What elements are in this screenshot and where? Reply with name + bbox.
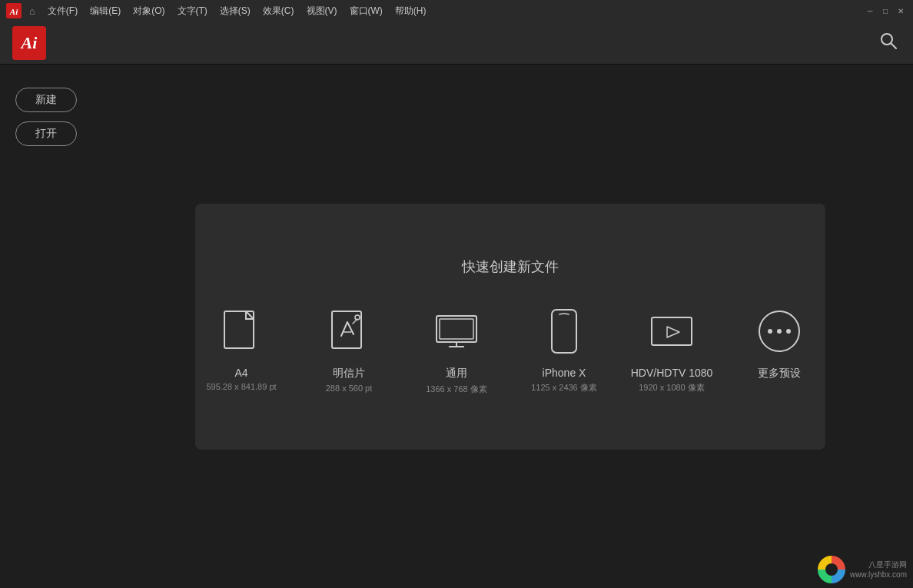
maximize-button[interactable]: □ [879, 5, 891, 17]
svg-text:Ai: Ai [9, 7, 18, 16]
watermark: 八星手游网 www.lyshbx.com [790, 551, 913, 588]
preset-a4-icon [214, 304, 269, 359]
preset-general[interactable]: 通用 1366 x 768 像素 [414, 304, 499, 395]
quick-create-title: 快速创建新文件 [462, 257, 559, 276]
svg-rect-5 [332, 311, 361, 348]
preset-general-name: 通用 [446, 367, 467, 380]
preset-a4-name: A4 [234, 367, 247, 379]
watermark-logo [818, 556, 845, 583]
watermark-text: 八星手游网 www.lyshbx.com [850, 560, 907, 580]
menu-item-e[interactable]: 编辑(E) [85, 3, 125, 19]
content-area: 快速创建新文件 A4 595.28 x 841.89 pt [108, 65, 913, 588]
svg-rect-10 [440, 319, 473, 339]
quick-create-panel: 快速创建新文件 A4 595.28 x 841.89 pt [195, 204, 825, 450]
watermark-site: 八星手游网 [850, 560, 907, 570]
svg-marker-15 [667, 327, 679, 337]
titlebar-left: Ai ⌂ 文件(F)编辑(E)对象(O)文字(T)选择(S)效果(C)视图(V)… [6, 3, 431, 19]
preset-postcard-size: 288 x 560 pt [326, 384, 373, 393]
preset-iphone[interactable]: iPhone X 1125 x 2436 像素 [522, 304, 606, 394]
preset-general-size: 1366 x 768 像素 [426, 384, 487, 395]
menu-item-s[interactable]: 选择(S) [215, 3, 255, 19]
menu-item-o[interactable]: 对象(O) [128, 3, 169, 19]
preset-iphone-name: iPhone X [543, 367, 586, 379]
preset-more-icon [752, 304, 807, 359]
preset-postcard[interactable]: 明信片 288 x 560 pt [307, 304, 391, 393]
svg-rect-4 [224, 311, 254, 348]
search-button[interactable] [876, 28, 901, 57]
preset-hdtv-icon [644, 304, 699, 359]
sidebar: 新建 打开 [0, 65, 108, 588]
svg-rect-13 [552, 310, 576, 353]
menu-item-f[interactable]: 文件(F) [43, 3, 82, 19]
menu-bar: 文件(F)编辑(E)对象(O)文字(T)选择(S)效果(C)视图(V)窗口(W)… [43, 3, 431, 19]
title-bar: Ai ⌂ 文件(F)编辑(E)对象(O)文字(T)选择(S)效果(C)视图(V)… [0, 0, 913, 22]
preset-iphone-icon [536, 304, 592, 359]
preset-more-name: 更多预设 [758, 367, 801, 380]
preset-general-icon [429, 304, 484, 359]
preset-postcard-name: 明信片 [333, 367, 365, 380]
home-icon[interactable]: ⌂ [29, 5, 35, 17]
minimize-button[interactable]: ─ [864, 5, 876, 17]
menu-item-t[interactable]: 文字(T) [173, 3, 212, 19]
preset-more[interactable]: 更多预设 [737, 304, 822, 384]
menu-item-v[interactable]: 视图(V) [302, 3, 342, 19]
menu-item-c[interactable]: 效果(C) [258, 3, 299, 19]
titlebar-ai-logo: Ai [6, 3, 22, 18]
preset-a4-size: 595.28 x 841.89 pt [206, 382, 276, 391]
app-logo: Ai [12, 26, 46, 60]
svg-rect-14 [652, 317, 692, 345]
preset-postcard-icon [321, 304, 377, 359]
svg-rect-9 [437, 316, 476, 342]
watermark-url: www.lyshbx.com [850, 570, 907, 580]
open-button[interactable]: 打开 [15, 121, 77, 146]
preset-iphone-size: 1125 x 2436 像素 [531, 382, 597, 394]
svg-line-3 [891, 44, 897, 49]
svg-point-17 [768, 329, 772, 334]
svg-point-18 [777, 329, 782, 334]
main-content: 新建 打开 快速创建新文件 A4 595.28 x 841.89 pt [0, 65, 913, 588]
window-controls: ─ □ ✕ [864, 5, 907, 17]
preset-hdtv[interactable]: HDV/HDTV 1080 1920 x 1080 像素 [629, 304, 714, 394]
preset-hdtv-name: HDV/HDTV 1080 [631, 367, 713, 379]
new-button[interactable]: 新建 [15, 88, 77, 112]
preset-a4[interactable]: A4 595.28 x 841.89 pt [199, 304, 284, 391]
svg-point-19 [786, 329, 791, 334]
presets-row: A4 595.28 x 841.89 pt 明信片 [199, 304, 822, 395]
menu-item-h[interactable]: 帮助(H) [390, 3, 431, 19]
menu-item-w[interactable]: 窗口(W) [345, 3, 387, 19]
close-button[interactable]: ✕ [895, 5, 907, 17]
header: Ai [0, 22, 913, 65]
preset-hdtv-size: 1920 x 1080 像素 [639, 382, 705, 394]
